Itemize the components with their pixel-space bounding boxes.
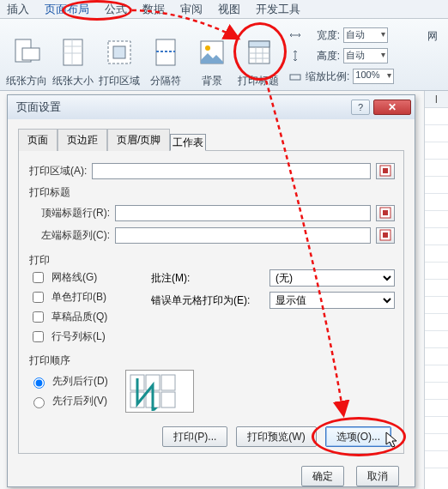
print-area-label: 打印区域 bbox=[99, 74, 140, 88]
top-title-range-button[interactable] bbox=[376, 205, 395, 221]
svg-rect-1 bbox=[22, 48, 39, 60]
height-label: 高度: bbox=[306, 49, 340, 63]
breaks-label: 分隔符 bbox=[150, 74, 181, 88]
svg-rect-12 bbox=[383, 168, 388, 173]
errors-select[interactable]: 显示值 bbox=[269, 292, 395, 309]
worksheet-column: I bbox=[424, 91, 448, 489]
scale-to-fit-group: 宽度: 自动 高度: 自动 缩放比例: 100% bbox=[282, 22, 427, 88]
tab-header-footer[interactable]: 页眉/页脚 bbox=[107, 129, 170, 151]
scale-icon bbox=[288, 69, 302, 83]
width-icon bbox=[288, 28, 302, 42]
chk-rowcol[interactable]: 行号列标(L) bbox=[29, 329, 141, 345]
left-title-range-button[interactable] bbox=[376, 227, 395, 244]
size-button[interactable]: 纸张大小 bbox=[50, 22, 96, 88]
scale-label: 缩放比例: bbox=[306, 69, 349, 84]
orientation-icon bbox=[7, 33, 46, 72]
orientation-button[interactable]: 纸张方向 bbox=[3, 22, 50, 88]
print-area-icon bbox=[100, 33, 139, 72]
svg-rect-22 bbox=[161, 392, 175, 408]
dialog-tabstrip: 页面 页边距 页眉/页脚 工作表 bbox=[8, 128, 415, 150]
left-title-label: 左端标题列(C): bbox=[29, 228, 110, 243]
size-label: 纸张大小 bbox=[52, 74, 94, 88]
breaks-icon bbox=[146, 33, 185, 72]
width-select[interactable]: 自动 bbox=[343, 27, 388, 43]
svg-rect-10 bbox=[290, 75, 300, 80]
print-button[interactable]: 打印(P)... bbox=[162, 426, 227, 447]
svg-rect-9 bbox=[249, 41, 269, 47]
print-order-preview-icon bbox=[125, 370, 194, 413]
gridlines-group-partial: 网 bbox=[427, 22, 445, 88]
svg-rect-4 bbox=[113, 46, 125, 58]
top-title-label: 顶端标题行(R): bbox=[29, 206, 110, 220]
options-button[interactable]: 选项(O)... bbox=[325, 426, 391, 447]
svg-rect-19 bbox=[161, 375, 175, 390]
chk-gridlines[interactable]: 网格线(G) bbox=[29, 269, 141, 286]
dialog-titlebar: 页面设置 ? ✕ bbox=[8, 95, 415, 119]
left-title-input[interactable] bbox=[115, 227, 371, 244]
print-area-range-button[interactable] bbox=[376, 163, 395, 179]
tab-margins[interactable]: 页边距 bbox=[58, 129, 107, 151]
print-titles-button[interactable]: 打印标题 bbox=[235, 22, 282, 88]
tab-data[interactable]: 数据 bbox=[142, 2, 165, 17]
tab-developer[interactable]: 开发工具 bbox=[256, 2, 300, 17]
size-icon bbox=[53, 33, 93, 72]
orientation-label: 纸张方向 bbox=[6, 74, 47, 88]
dialog-close-button[interactable]: ✕ bbox=[373, 100, 411, 115]
svg-rect-14 bbox=[383, 210, 388, 215]
tab-view[interactable]: 视图 bbox=[218, 2, 240, 17]
print-titles-label: 打印标题 bbox=[238, 74, 279, 88]
print-area-label: 打印区域(A): bbox=[29, 164, 87, 178]
background-icon bbox=[192, 33, 232, 72]
svg-rect-2 bbox=[64, 39, 82, 65]
breaks-button[interactable]: 分隔符 bbox=[142, 22, 189, 88]
background-label: 背景 bbox=[202, 74, 222, 88]
ribbon-body: 纸张方向 纸张大小 打印区域 分隔符 背景 打印标题 宽度: 自动 bbox=[0, 19, 448, 91]
chk-draft[interactable]: 草稿品质(Q) bbox=[29, 309, 141, 325]
radio-down-over[interactable]: 先列后行(D) bbox=[29, 374, 108, 389]
print-preview-button[interactable]: 打印预览(W) bbox=[236, 426, 316, 447]
dialog-body: 打印区域(A): 打印标题 顶端标题行(R): 左端标题列(C): 打印 网格线… bbox=[18, 150, 404, 454]
page-setup-dialog: 页面设置 ? ✕ 页面 页边距 页眉/页脚 工作表 打印区域(A): 打印标题 … bbox=[7, 94, 415, 487]
column-header[interactable]: I bbox=[425, 91, 448, 108]
cursor-icon bbox=[384, 431, 402, 450]
height-icon bbox=[288, 49, 302, 63]
print-area-button[interactable]: 打印区域 bbox=[96, 22, 142, 88]
cancel-button[interactable]: 取消 bbox=[356, 466, 399, 486]
print-area-input[interactable] bbox=[92, 163, 371, 179]
background-button[interactable]: 背景 bbox=[189, 22, 235, 88]
height-select[interactable]: 自动 bbox=[343, 48, 388, 63]
print-order-section: 打印顺序 bbox=[29, 353, 395, 368]
top-title-input[interactable] bbox=[115, 205, 371, 221]
radio-over-down[interactable]: 先行后列(V) bbox=[29, 394, 108, 408]
print-titles-icon bbox=[239, 33, 278, 72]
scale-select[interactable]: 100% bbox=[353, 69, 394, 84]
errors-label: 错误单元格打印为(E): bbox=[151, 293, 263, 308]
print-options-section: 打印 bbox=[29, 253, 395, 268]
svg-rect-16 bbox=[383, 232, 388, 238]
dialog-help-button[interactable]: ? bbox=[351, 100, 370, 115]
print-titles-section: 打印标题 bbox=[29, 185, 395, 200]
tab-page[interactable]: 页面 bbox=[18, 129, 58, 151]
dialog-title-text: 页面设置 bbox=[16, 100, 61, 115]
width-label: 宽度: bbox=[306, 28, 340, 43]
svg-point-7 bbox=[205, 45, 210, 51]
comments-select[interactable]: (无) bbox=[269, 269, 395, 287]
comments-label: 批注(M): bbox=[151, 271, 263, 286]
tab-review[interactable]: 审阅 bbox=[180, 2, 203, 17]
ribbon-tab-strip: 插入 页面布局 公式 数据 审阅 视图 开发工具 bbox=[0, 0, 448, 19]
ok-button[interactable]: 确定 bbox=[301, 466, 344, 486]
tab-insert[interactable]: 插入 bbox=[7, 2, 29, 17]
tab-formulas[interactable]: 公式 bbox=[105, 2, 127, 17]
chk-mono[interactable]: 单色打印(B) bbox=[29, 289, 141, 305]
tab-page-layout[interactable]: 页面布局 bbox=[45, 2, 89, 17]
tab-sheet[interactable]: 工作表 bbox=[170, 134, 206, 151]
